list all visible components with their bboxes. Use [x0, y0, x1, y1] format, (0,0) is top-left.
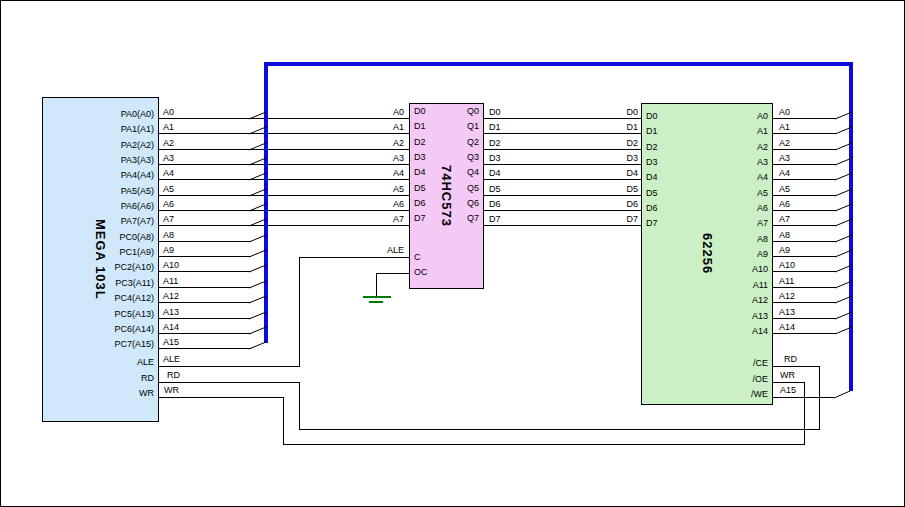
wire-oc-gnd-net [376, 273, 409, 297]
net-label-a5: A5 [393, 184, 404, 194]
latch-pin-d5: D5 [414, 183, 426, 193]
mcu-pin-pc7a15: PC7(A15) [114, 339, 154, 349]
net-label-a15: A15 [780, 385, 796, 395]
bus-entry-slash [249, 296, 266, 303]
mcu-pin-pa4a4: PA4(A4) [121, 170, 154, 180]
ram-pin-d2: D2 [646, 142, 658, 152]
net-label-d0: D0 [626, 107, 638, 117]
ram-pin-d5: D5 [646, 188, 658, 198]
net-label-d1: D1 [626, 122, 638, 132]
schematic-canvas: MEGA 103LPA0(A0)PA1(A1)PA2(A2)PA3(A3)PA4… [0, 0, 905, 507]
net-label-a0: A0 [393, 107, 404, 117]
mcu-pin-pc4a12: PC4(A12) [114, 293, 154, 303]
net-label-d5: D5 [626, 184, 638, 194]
latch-pin-q0: Q0 [467, 106, 479, 116]
net-label-a1: A1 [393, 122, 404, 132]
net-label-a4: A4 [163, 168, 174, 178]
ram-pin-oe: /OE [752, 374, 768, 384]
net-label-d1: D1 [489, 122, 501, 132]
net-label-d2: D2 [489, 138, 501, 148]
net-label-wr: WR [164, 385, 179, 395]
ram-pin-d0: D0 [646, 111, 658, 121]
net-label-d0: D0 [489, 107, 501, 117]
ram-pin-d3: D3 [646, 157, 658, 167]
latch-pin-d3: D3 [414, 152, 426, 162]
latch-pin-d1: D1 [414, 121, 426, 131]
latch-pin-oc: OC [414, 267, 428, 277]
mcu-pin-pa0a0: PA0(A0) [121, 109, 154, 119]
ram-pin-d6: D6 [646, 203, 658, 213]
ram-pin-d7: D7 [646, 218, 658, 228]
net-label-a6: A6 [393, 199, 404, 209]
ram-pin-ce: /CE [753, 358, 768, 368]
net-label-d6: D6 [489, 199, 501, 209]
latch-pin-d2: D2 [414, 137, 426, 147]
net-label-a0: A0 [779, 107, 790, 117]
mcu-pin-pa2a2: PA2(A2) [121, 140, 154, 150]
mcu-pin-pc3a11: PC3(A11) [115, 278, 154, 288]
ram-pin-a9: A9 [757, 249, 768, 259]
mcu-pin-pc6a14: PC6(A14) [114, 324, 154, 334]
net-label-a8: A8 [163, 230, 174, 240]
net-label-a9: A9 [779, 245, 790, 255]
ram-pin-a2: A2 [757, 142, 768, 152]
net-label-a6: A6 [163, 199, 174, 209]
latch-pin-d6: D6 [414, 198, 426, 208]
net-label-a11: A11 [779, 276, 794, 286]
net-label-a10: A10 [163, 260, 179, 270]
ram-pin-a8: A8 [757, 234, 768, 244]
bus-entry-slash [249, 281, 266, 288]
bus-entry-slash [249, 327, 266, 334]
net-label-ale: ALE [387, 245, 404, 255]
net-label-a8: A8 [779, 230, 790, 240]
net-label-a14: A14 [163, 322, 179, 332]
latch-pin-q7: Q7 [467, 213, 479, 223]
latch-pin-c: C [414, 252, 421, 262]
latch-pin-d4: D4 [414, 167, 426, 177]
ram-pin-we: /WE [751, 389, 768, 399]
net-label-a2: A2 [163, 138, 174, 148]
net-label-a11: A11 [163, 276, 178, 286]
latch-pin-q1: Q1 [467, 121, 479, 131]
net-label-a12: A12 [163, 291, 179, 301]
ram-pin-a11: A11 [753, 280, 768, 290]
bus-entry-slash [249, 312, 266, 319]
mcu-pin-pc0a8: PC0(A8) [119, 232, 154, 242]
ram-pin-d4: D4 [646, 172, 658, 182]
net-label-a12: A12 [779, 291, 795, 301]
ram-pin-d1: D1 [646, 126, 658, 136]
net-label-d2: D2 [626, 138, 638, 148]
net-label-a2: A2 [393, 138, 404, 148]
net-label-d3: D3 [489, 153, 501, 163]
mcu-pin-pc1a9: PC1(A9) [119, 247, 154, 257]
net-label-a3: A3 [779, 153, 790, 163]
net-label-a7: A7 [393, 214, 404, 224]
bus-entry-slash [249, 265, 266, 272]
net-label-a15: A15 [163, 337, 179, 347]
bus-entry-slash [249, 250, 266, 257]
ram-pin-a13: A13 [752, 311, 768, 321]
net-label-wr: WR [780, 370, 795, 380]
mcu-pin-ale: ALE [137, 357, 154, 367]
net-label-a13: A13 [163, 307, 179, 317]
net-label-d7: D7 [489, 214, 501, 224]
net-label-a6: A6 [779, 199, 790, 209]
net-label-d6: D6 [626, 199, 638, 209]
net-label-a1: A1 [779, 122, 790, 132]
net-label-d4: D4 [626, 168, 638, 178]
bus-entry-slash [249, 342, 266, 349]
latch-pin-d0: D0 [414, 106, 426, 116]
net-label-a0: A0 [163, 107, 174, 117]
net-label-d4: D4 [489, 168, 501, 178]
ram-pin-a1: A1 [757, 126, 768, 136]
ram-pin-a3: A3 [757, 157, 768, 167]
net-label-a4: A4 [779, 168, 790, 178]
mcu-pin-pa7a7: PA7(A7) [121, 216, 154, 226]
latch-pin-q4: Q4 [467, 167, 479, 177]
ram-pin-a10: A10 [752, 264, 768, 274]
mcu-pin-pc2a10: PC2(A10) [114, 262, 154, 272]
net-label-a3: A3 [163, 153, 174, 163]
net-label-ale: ALE [163, 354, 180, 364]
net-label-a5: A5 [163, 184, 174, 194]
net-label-rd: RD [784, 354, 797, 364]
